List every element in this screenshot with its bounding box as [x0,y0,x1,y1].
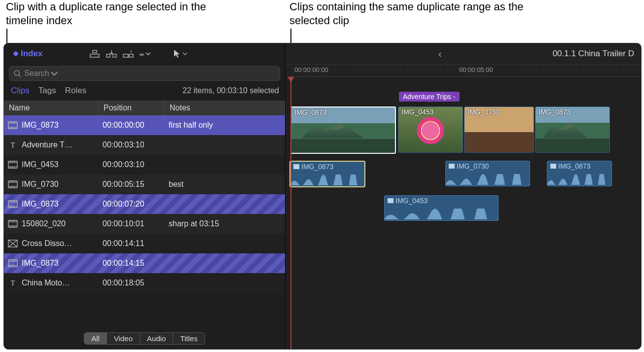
tab-roles[interactable]: Roles [65,86,86,96]
column-position[interactable]: Position [99,101,165,115]
clip-name: IMG_0873 [22,200,59,209]
diamond-icon [13,51,18,56]
index-tabs-row: Clips Tags Roles 22 items, 00:03:10 sele… [4,84,285,101]
primary-storyline: IMG_0873IMG_0453IMG_0730IMG_0873 [286,106,641,153]
video-clip[interactable]: IMG_0873 [535,106,610,153]
search-icon [13,70,21,77]
clip-name: 150802_020 [22,219,66,228]
connected-clip[interactable]: IMG_0873 [547,161,612,186]
index-button[interactable]: Index [9,47,47,61]
filmstrip-icon [550,164,556,169]
back-button[interactable]: ‹ [438,48,442,60]
index-summary: 22 items, 00:03:10 selected [182,86,279,95]
cell-name: IMG_0730 [4,175,99,194]
chevron-down-icon [50,70,58,77]
column-notes[interactable]: Notes [165,101,285,115]
video-clip[interactable]: IMG_0453 [398,106,463,153]
svg-rect-7 [141,54,143,55]
clip-label: IMG_0873 [294,108,326,116]
cell-position: 00:00:10:01 [99,214,165,234]
svg-rect-4 [123,54,128,57]
video-clip[interactable]: IMG_0730 [464,106,534,153]
connected-clip[interactable]: IMG_0873 [289,161,365,187]
svg-rect-3 [113,54,116,57]
table-body: IMG_087300:00:00:00first half onlyTAdven… [4,115,285,328]
table-row[interactable]: 150802_02000:00:10:01sharp at 03:15 [4,214,285,234]
cell-name: TAdventure T… [4,135,99,155]
column-name[interactable]: Name [4,101,99,115]
table-row[interactable]: TAdventure T…00:00:03:10 [4,135,285,155]
filter-video[interactable]: Video [107,333,140,344]
connect-clip-icon[interactable] [89,49,101,59]
cell-name: TChina Moto… [4,273,99,293]
table-row[interactable]: Cross Disso…00:00:14:11 [4,234,285,253]
cell-name: 150802_020 [4,214,99,234]
clip-name: Cross Disso… [22,239,72,248]
tab-clips[interactable]: Clips [11,86,30,96]
cell-notes [165,194,285,214]
cell-position: 00:00:03:10 [99,135,165,155]
callout-right: Clips containing the same duplicate rang… [289,0,536,28]
filmstrip-icon [293,164,299,169]
audio-waveform [547,174,611,185]
table-row[interactable]: IMG_087300:00:00:00first half only [4,115,285,135]
filter-audio[interactable]: Audio [140,333,173,344]
table-row[interactable]: IMG_073000:00:05:15best [4,175,285,194]
clip-name: IMG_0873 [22,121,59,130]
time-ruler[interactable]: 00:00:00:00 · · · · · · · · · · · · · · … [286,65,641,77]
timeline-tracks[interactable]: Adventure Trips - IMG_0873IMG_0453IMG_07… [286,77,641,349]
chevron-down-icon [182,51,187,56]
svg-rect-5 [129,54,133,57]
index-button-label: Index [21,49,42,59]
project-title: 00.1.1 China Trailer D [553,49,634,59]
playhead[interactable] [290,77,291,349]
cell-position: 00:00:03:10 [99,155,165,175]
cell-name: IMG_0873 [4,253,99,273]
insert-clip-icon[interactable] [106,49,117,59]
clip-label: IMG_0730 [449,162,489,170]
svg-point-8 [14,70,19,75]
cell-notes: best [165,175,285,194]
search-placeholder: Search [24,69,49,78]
filter-titles[interactable]: Titles [173,333,204,344]
append-clip-icon[interactable] [122,49,134,59]
table-row[interactable]: IMG_045300:00:03:10 [4,155,285,175]
clip-label: IMG_0873 [293,163,333,171]
overwrite-clip-icon[interactable] [139,49,151,59]
tab-tags[interactable]: Tags [38,86,56,96]
clip-name: IMG_0730 [22,180,59,189]
callout-left: Clip with a duplicate range selected in … [6,0,213,28]
svg-text:T: T [11,280,15,287]
tool-selector[interactable] [173,49,187,59]
filter-segmented: All Video Audio Titles [84,332,205,345]
table-row[interactable]: IMG_087300:00:07:20 [4,194,285,214]
filmstrip-icon [449,164,455,169]
audio-waveform [290,175,364,185]
pointer-icon [173,49,181,59]
cell-position: 00:00:07:20 [99,194,165,214]
cell-position: 00:00:00:00 [99,115,165,135]
clip-label: IMG_0873 [538,108,571,116]
ruler-tick: 00:00:05:00 [459,66,493,73]
filter-all[interactable]: All [84,333,107,344]
connected-clip[interactable]: IMG_0453 [384,195,499,221]
search-input[interactable]: Search [9,66,280,81]
marker[interactable]: Adventure Trips - [399,92,460,102]
table-row[interactable]: TChina Moto…00:00:18:05 [4,273,285,293]
timeline-panel: ‹ 00.1.1 China Trailer D 00:00:00:00 · ·… [286,43,641,349]
transition-icon [8,240,18,247]
cell-notes [165,135,285,155]
filmstrip-icon [8,161,18,169]
svg-rect-38 [8,201,17,208]
cell-name: IMG_0453 [4,155,99,175]
filmstrip-icon [388,198,394,203]
video-clip[interactable]: IMG_0873 [290,106,396,154]
chevron-down-icon [145,49,151,59]
table-row[interactable]: IMG_087300:00:14:15 [4,253,285,273]
connected-clip-lane-1: IMG_0873IMG_0730IMG_0873 [286,161,641,186]
filmstrip-icon [8,180,18,188]
cell-name: IMG_0873 [4,194,99,214]
cell-name: IMG_0873 [4,115,99,135]
audio-waveform [446,174,530,185]
connected-clip[interactable]: IMG_0730 [445,161,530,186]
